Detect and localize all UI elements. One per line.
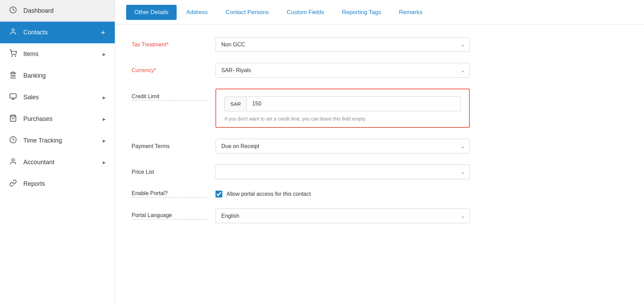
- price-list-select[interactable]: [215, 165, 470, 179]
- sidebar-label-reports: Reports: [23, 180, 107, 188]
- portal-language-control: English Arabic French ⌄: [215, 208, 470, 223]
- purchases-chevron-icon: ►: [102, 116, 107, 122]
- payment-terms-control: Due on Receipt Net 15 Net 30 Net 60 ⌄: [215, 139, 470, 154]
- items-icon: [8, 49, 18, 59]
- credit-limit-label: Credit Limit: [132, 93, 207, 101]
- enable-portal-label: Enable Portal?: [132, 190, 207, 197]
- reports-icon: [8, 179, 18, 189]
- contacts-add-button[interactable]: +: [99, 28, 107, 37]
- tax-treatment-label: Tax Treatment*: [132, 42, 207, 48]
- items-chevron-icon: ►: [102, 52, 107, 57]
- tab-reporting-tags[interactable]: Reporting Tags: [334, 5, 389, 20]
- enable-portal-checkbox[interactable]: [215, 191, 222, 197]
- enable-portal-checkbox-row: Allow portal access for this contact: [215, 191, 470, 197]
- currency-control: SAR- Riyals USD- US Dollar EUR- Euro ⌄: [215, 63, 470, 78]
- sidebar-label-contacts: Contacts: [23, 29, 94, 36]
- svg-point-3: [15, 56, 16, 56]
- sidebar-item-contacts[interactable]: Contacts +: [0, 22, 115, 43]
- tax-treatment-select-wrapper: Non GCC GCC VAT Registered ⌄: [215, 37, 470, 52]
- payment-terms-select[interactable]: Due on Receipt Net 15 Net 30 Net 60: [215, 139, 470, 154]
- credit-limit-row: Credit Limit SAR 150 If you don't want t…: [132, 89, 628, 128]
- sidebar-label-sales: Sales: [23, 94, 96, 101]
- tax-treatment-control: Non GCC GCC VAT Registered ⌄: [215, 37, 470, 52]
- sidebar-label-banking: Banking: [23, 72, 107, 79]
- svg-point-2: [12, 56, 12, 56]
- accountant-icon: [8, 158, 18, 167]
- sidebar-label-purchases: Purchases: [23, 115, 96, 123]
- tax-treatment-row: Tax Treatment* Non GCC GCC VAT Registere…: [132, 37, 628, 52]
- enable-portal-control: Allow portal access for this contact: [215, 191, 470, 197]
- credit-limit-input[interactable]: 150: [246, 96, 461, 111]
- price-list-select-wrapper: ⌄: [215, 165, 470, 179]
- form-area: Tax Treatment* Non GCC GCC VAT Registere…: [115, 25, 644, 305]
- sidebar-item-banking[interactable]: Banking: [0, 65, 115, 87]
- svg-point-1: [12, 29, 14, 31]
- banking-icon: [8, 71, 18, 80]
- sidebar-item-time-tracking[interactable]: Time Tracking ►: [0, 130, 115, 151]
- price-list-control: ⌄: [215, 165, 470, 179]
- tab-remarks[interactable]: Remarks: [391, 5, 431, 20]
- payment-terms-label: Payment Terms: [132, 143, 207, 149]
- sidebar-item-accountant[interactable]: Accountant ►: [0, 151, 115, 173]
- tab-bar: Other Details Address Contact Persons Cu…: [115, 0, 644, 25]
- tab-custom-fields[interactable]: Custom Fields: [278, 5, 332, 20]
- svg-marker-9: [11, 72, 16, 74]
- price-list-row: Price List ⌄: [132, 165, 628, 179]
- main-content: Other Details Address Contact Persons Cu…: [115, 0, 644, 305]
- credit-limit-box: SAR 150 If you don't want to set a credi…: [215, 89, 470, 128]
- dashboard-icon: [8, 6, 18, 15]
- payment-terms-select-wrapper: Due on Receipt Net 15 Net 30 Net 60 ⌄: [215, 139, 470, 154]
- sidebar-item-items[interactable]: Items ►: [0, 43, 115, 65]
- portal-language-select[interactable]: English Arabic French: [215, 208, 470, 223]
- enable-portal-row: Enable Portal? Allow portal access for t…: [132, 190, 628, 197]
- tax-treatment-select[interactable]: Non GCC GCC VAT Registered: [215, 37, 470, 52]
- tab-contact-persons[interactable]: Contact Persons: [218, 5, 277, 20]
- sidebar-item-sales[interactable]: Sales ►: [0, 87, 115, 108]
- portal-language-row: Portal Language English Arabic French ⌄: [132, 208, 628, 223]
- portal-language-select-wrapper: English Arabic French ⌄: [215, 208, 470, 223]
- sidebar-item-reports[interactable]: Reports: [0, 173, 115, 195]
- currency-select[interactable]: SAR- Riyals USD- US Dollar EUR- Euro: [215, 63, 470, 78]
- sidebar-label-accountant: Accountant: [23, 159, 96, 166]
- credit-limit-input-row: SAR 150: [224, 96, 461, 111]
- enable-portal-checkbox-label[interactable]: Allow portal access for this contact: [226, 191, 311, 197]
- credit-limit-currency-badge: SAR: [224, 97, 246, 111]
- purchases-icon: [8, 114, 18, 124]
- currency-label: Currency*: [132, 67, 207, 74]
- sidebar-item-purchases[interactable]: Purchases ►: [0, 108, 115, 130]
- currency-row: Currency* SAR- Riyals USD- US Dollar EUR…: [132, 63, 628, 78]
- sales-chevron-icon: ►: [102, 95, 107, 100]
- sidebar-label-time-tracking: Time Tracking: [23, 137, 96, 144]
- tab-address[interactable]: Address: [178, 5, 216, 20]
- credit-limit-hint: If you don't want to set a credit limit,…: [224, 116, 461, 122]
- svg-rect-10: [10, 94, 16, 98]
- price-list-label: Price List: [132, 169, 207, 175]
- time-tracking-icon: [8, 136, 18, 145]
- currency-select-wrapper: SAR- Riyals USD- US Dollar EUR- Euro ⌄: [215, 63, 470, 78]
- time-tracking-chevron-icon: ►: [102, 138, 107, 144]
- accountant-chevron-icon: ►: [102, 160, 107, 165]
- payment-terms-row: Payment Terms Due on Receipt Net 15 Net …: [132, 139, 628, 154]
- contacts-icon: [8, 28, 18, 37]
- sidebar-label-dashboard: Dashboard: [23, 7, 107, 14]
- sidebar-item-dashboard[interactable]: Dashboard: [0, 0, 115, 22]
- sales-icon: [8, 93, 18, 102]
- tab-other-details[interactable]: Other Details: [126, 5, 177, 20]
- svg-point-15: [12, 159, 14, 161]
- sidebar-label-items: Items: [23, 50, 96, 58]
- portal-language-label: Portal Language: [132, 212, 207, 219]
- sidebar: Dashboard Contacts + Items ► Banking Sal…: [0, 0, 115, 305]
